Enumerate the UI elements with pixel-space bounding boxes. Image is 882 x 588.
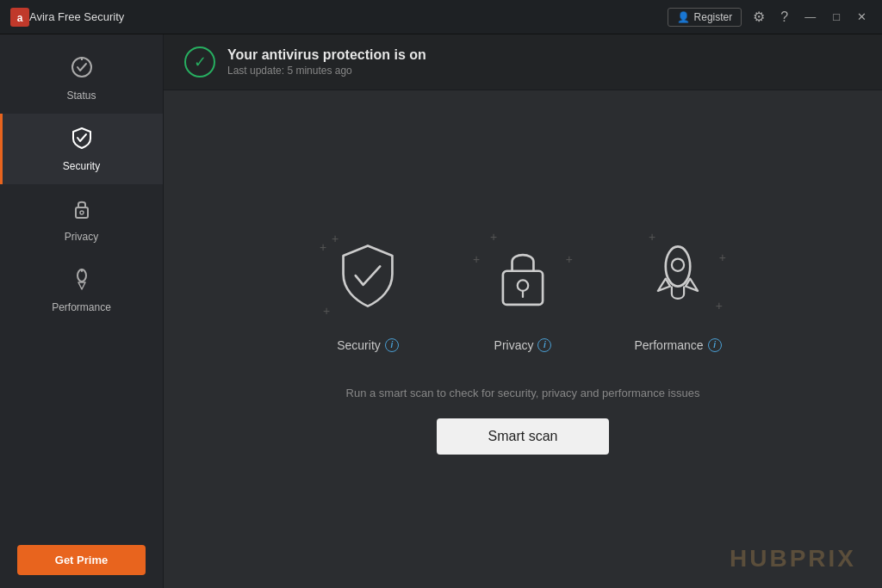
sidebar-bottom: Get Prime	[0, 532, 163, 588]
lock-icon	[488, 242, 557, 311]
sidebar-item-performance-label: Performance	[52, 301, 111, 313]
app-title: Avira Free Security	[29, 10, 668, 23]
settings-icon[interactable]: ⚙	[748, 7, 769, 27]
plus-icon-3: +	[323, 304, 330, 318]
get-prime-button[interactable]: Get Prime	[17, 545, 146, 575]
avira-logo-icon: a	[10, 8, 29, 27]
security-icon	[70, 126, 94, 156]
maximize-button[interactable]: □	[828, 9, 845, 25]
svg-point-5	[80, 211, 84, 214]
feature-privacy[interactable]: + + + Privacy i	[471, 225, 575, 352]
plus-icon-2: +	[320, 240, 326, 254]
minimize-button[interactable]: —	[799, 9, 821, 25]
app-body: Status Security Privacy	[0, 34, 882, 588]
title-bar-controls: 👤 Register ⚙ ? — □ ✕	[668, 7, 872, 27]
shield-icon	[333, 242, 402, 311]
svg-rect-9	[503, 270, 543, 304]
plus-icon-4: +	[490, 230, 497, 244]
close-button[interactable]: ✕	[852, 9, 872, 25]
feature-performance-icon-area: + + +	[626, 225, 730, 328]
svg-rect-4	[76, 207, 88, 218]
sidebar-item-privacy-label: Privacy	[65, 231, 98, 243]
privacy-icon	[70, 196, 94, 226]
smart-scan-button[interactable]: Smart scan	[437, 418, 610, 455]
privacy-info-icon[interactable]: i	[537, 338, 551, 352]
features-row: + + + Security i	[316, 225, 730, 352]
plus-icon-7: +	[649, 230, 655, 244]
status-icon	[70, 55, 94, 85]
features-section: + + + Security i	[164, 90, 882, 588]
status-subtitle: Last update: 5 minutes ago	[227, 65, 426, 77]
feature-privacy-icon-area: + + +	[471, 225, 575, 328]
svg-point-10	[518, 280, 528, 290]
sidebar-item-status-label: Status	[66, 90, 96, 102]
svg-point-12	[666, 246, 690, 286]
svg-point-13	[672, 258, 684, 270]
status-text: Your antivirus protection is on Last upd…	[227, 47, 426, 77]
svg-point-2	[72, 58, 91, 77]
status-circle-icon: ✓	[184, 46, 215, 77]
feature-privacy-label: Privacy i	[494, 338, 552, 352]
sidebar-item-security[interactable]: Security	[0, 114, 163, 184]
check-icon: ✓	[194, 53, 207, 71]
performance-info-icon[interactable]: i	[708, 338, 722, 352]
plus-icon-1: +	[332, 232, 339, 245]
security-info-icon[interactable]: i	[385, 338, 399, 352]
plus-icon-5: +	[473, 252, 480, 266]
performance-icon	[70, 267, 94, 297]
title-bar: a Avira Free Security 👤 Register ⚙ ? — □…	[0, 0, 882, 34]
scan-description: Run a smart scan to check for security, …	[346, 387, 700, 399]
feature-performance[interactable]: + + +	[626, 225, 730, 352]
svg-text:a: a	[17, 12, 23, 24]
sidebar-item-status[interactable]: Status	[0, 43, 163, 114]
svg-marker-7	[78, 282, 85, 289]
feature-security-label: Security i	[337, 338, 399, 352]
sidebar-item-privacy[interactable]: Privacy	[0, 184, 163, 255]
sidebar-item-security-label: Security	[63, 160, 100, 172]
plus-icon-9: +	[716, 299, 723, 313]
plus-icon-6: +	[566, 252, 573, 266]
sidebar: Status Security Privacy	[0, 34, 164, 588]
help-icon[interactable]: ?	[776, 8, 792, 27]
register-button[interactable]: 👤 Register	[668, 8, 742, 27]
sidebar-item-performance[interactable]: Performance	[0, 255, 163, 325]
status-banner: ✓ Your antivirus protection is on Last u…	[164, 34, 882, 90]
plus-icon-8: +	[719, 251, 726, 264]
status-title: Your antivirus protection is on	[227, 47, 426, 63]
main-content: ✓ Your antivirus protection is on Last u…	[164, 34, 882, 588]
feature-performance-label: Performance i	[634, 338, 721, 352]
feature-security-icon-area: + + +	[316, 225, 419, 328]
rocket-icon	[643, 242, 712, 311]
feature-security[interactable]: + + + Security i	[316, 225, 419, 352]
person-icon: 👤	[677, 11, 690, 23]
